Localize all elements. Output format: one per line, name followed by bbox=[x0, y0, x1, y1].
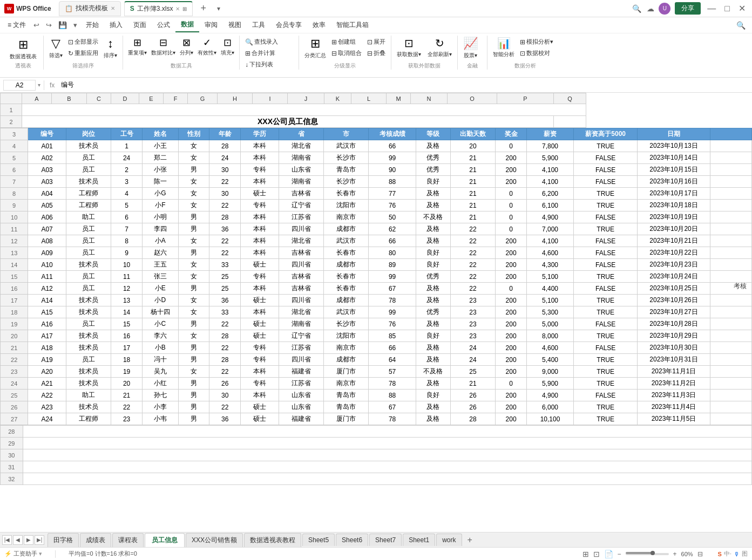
data-cell[interactable]: 良好 bbox=[416, 247, 450, 259]
data-cell[interactable]: 李六 bbox=[142, 330, 178, 342]
data-cell[interactable]: 女 bbox=[178, 152, 209, 164]
menu-data[interactable]: 数据 bbox=[175, 18, 199, 32]
data-cell[interactable]: 湖南省 bbox=[279, 152, 323, 164]
data-cell[interactable]: 山东省 bbox=[279, 401, 323, 413]
data-cell[interactable]: 66 bbox=[369, 235, 416, 247]
data-cell[interactable]: 专科 bbox=[241, 342, 279, 354]
header-cell-bianhao[interactable]: 编号 bbox=[28, 128, 66, 140]
data-cell[interactable]: 成都市 bbox=[324, 223, 369, 235]
data-cell[interactable]: FALSE bbox=[574, 152, 638, 164]
data-cell[interactable]: FALSE bbox=[574, 164, 638, 176]
formula-input[interactable] bbox=[59, 80, 749, 90]
data-cell[interactable]: 23 bbox=[450, 330, 495, 342]
data-cell[interactable]: 吉林省 bbox=[279, 188, 323, 200]
data-cell[interactable]: 小明 bbox=[142, 211, 178, 223]
data-cell[interactable]: FALSE bbox=[574, 318, 638, 330]
data-cell[interactable]: 2023年10月18日 bbox=[638, 200, 710, 211]
data-cell[interactable]: 技术员 bbox=[66, 342, 111, 354]
header-cell-shi[interactable]: 市 bbox=[324, 128, 369, 140]
header-cell-xingbie[interactable]: 性别 bbox=[178, 128, 209, 140]
data-cell[interactable]: 0 bbox=[496, 188, 527, 200]
data-cell[interactable]: 11 bbox=[111, 271, 143, 283]
data-cell[interactable]: 4,300 bbox=[526, 259, 573, 271]
data-cell[interactable]: 0 bbox=[496, 200, 527, 211]
data-cell[interactable]: 长春市 bbox=[324, 188, 369, 200]
data-cell[interactable]: 2023年11月4日 bbox=[638, 401, 710, 413]
col-header-i[interactable]: I bbox=[253, 93, 288, 104]
data-cell[interactable]: 2023年10月13日 bbox=[638, 140, 710, 152]
data-cell[interactable]: 0 bbox=[496, 283, 527, 295]
data-cell[interactable]: 22 bbox=[111, 401, 143, 413]
data-cell[interactable]: 20 bbox=[450, 140, 495, 152]
data-cell[interactable]: 良好 bbox=[416, 330, 450, 342]
data-cell[interactable]: 小王 bbox=[142, 140, 178, 152]
data-cell[interactable]: TRUE bbox=[574, 330, 638, 342]
data-cell[interactable]: 优秀 bbox=[416, 152, 450, 164]
col-header-m[interactable]: M bbox=[387, 93, 411, 104]
data-cell[interactable]: A11 bbox=[28, 271, 66, 283]
data-cell[interactable]: 专科 bbox=[241, 378, 279, 390]
sheet-tab-sheet6[interactable]: Sheet6 bbox=[336, 534, 368, 546]
pivot-table-btn[interactable]: ⊞ 数据透视表 bbox=[8, 36, 39, 63]
data-cell[interactable]: 及格 bbox=[416, 140, 450, 152]
data-cell[interactable]: TRUE bbox=[574, 271, 638, 283]
sheet-tab-sheet5[interactable]: Sheet5 bbox=[302, 534, 335, 546]
data-cell[interactable]: 员工 bbox=[66, 152, 111, 164]
data-cell[interactable]: 长沙市 bbox=[324, 152, 369, 164]
data-cell[interactable]: 小C bbox=[142, 318, 178, 330]
menu-page[interactable]: 页面 bbox=[128, 18, 152, 32]
data-cell[interactable]: 及格 bbox=[416, 413, 450, 425]
data-cell[interactable]: 4,900 bbox=[526, 211, 573, 223]
col-header-f[interactable]: F bbox=[164, 93, 188, 104]
data-cell[interactable]: 2023年10月26日 bbox=[638, 295, 710, 306]
data-cell[interactable]: 67 bbox=[369, 401, 416, 413]
cell-reference[interactable] bbox=[3, 80, 36, 91]
data-cell[interactable]: 2023年10月28日 bbox=[638, 318, 710, 330]
new-tab-btn[interactable]: + bbox=[196, 3, 211, 14]
data-cell[interactable]: 专科 bbox=[241, 271, 279, 283]
data-cell[interactable]: 山东省 bbox=[279, 164, 323, 176]
data-cell[interactable]: 22 bbox=[450, 259, 495, 271]
data-cell[interactable]: 4,100 bbox=[526, 176, 573, 188]
data-cell[interactable]: 200 bbox=[496, 354, 527, 366]
data-cell[interactable]: 孙七 bbox=[142, 390, 178, 401]
sheet-tab-kechengbiao[interactable]: 课程表 bbox=[112, 533, 144, 547]
data-cell[interactable]: 25 bbox=[450, 366, 495, 378]
data-cell[interactable]: FALSE bbox=[574, 283, 638, 295]
data-cell[interactable]: A17 bbox=[28, 330, 66, 342]
data-cell[interactable]: 78 bbox=[369, 413, 416, 425]
more-tabs-btn[interactable]: ▾ bbox=[214, 5, 223, 12]
data-cell[interactable]: 沈阳市 bbox=[324, 200, 369, 211]
user-avatar[interactable]: U bbox=[659, 3, 670, 15]
data-cell[interactable]: 2023年11月3日 bbox=[638, 390, 710, 401]
view-normal[interactable]: ⊞ bbox=[582, 550, 589, 558]
data-cell[interactable]: 5,000 bbox=[526, 318, 573, 330]
add-sheet-btn[interactable]: + bbox=[463, 533, 477, 547]
sheet-nav-first[interactable]: |◀ bbox=[2, 535, 12, 545]
data-cell[interactable]: 青岛市 bbox=[324, 390, 369, 401]
data-cell[interactable]: 硕士 bbox=[241, 330, 279, 342]
data-cell[interactable]: 22 bbox=[209, 401, 241, 413]
data-cell[interactable]: 工程师 bbox=[66, 188, 111, 200]
data-cell[interactable]: 辽宁省 bbox=[279, 330, 323, 342]
data-cell[interactable]: 2023年11月1日 bbox=[638, 366, 710, 378]
data-cell[interactable]: TRUE bbox=[574, 306, 638, 318]
data-cell[interactable]: 22 bbox=[209, 200, 241, 211]
empty-row1[interactable] bbox=[22, 104, 586, 116]
menu-insert[interactable]: 插入 bbox=[104, 18, 128, 32]
dropdown-list-btn[interactable]: ↓下拉列表 bbox=[243, 59, 280, 70]
data-cell[interactable]: 女 bbox=[178, 188, 209, 200]
data-cell[interactable]: 2023年10月20日 bbox=[638, 223, 710, 235]
data-cell[interactable]: A09 bbox=[28, 247, 66, 259]
data-cell[interactable]: 4,900 bbox=[526, 390, 573, 401]
data-cell[interactable]: 女 bbox=[178, 295, 209, 306]
sort-btn[interactable]: ↕ 排序▾ bbox=[101, 36, 119, 60]
data-cell[interactable]: TRUE bbox=[574, 295, 638, 306]
header-cell-gangwei[interactable]: 岗位 bbox=[66, 128, 111, 140]
data-cell[interactable]: 优秀 bbox=[416, 271, 450, 283]
data-cell[interactable]: 21 bbox=[111, 390, 143, 401]
compare-btn[interactable]: ⊟ 数据对比▾ bbox=[150, 36, 177, 58]
data-cell[interactable]: 专科 bbox=[241, 354, 279, 366]
close-btn[interactable]: ✕ bbox=[736, 3, 748, 13]
data-cell[interactable]: 硕士 bbox=[241, 188, 279, 200]
